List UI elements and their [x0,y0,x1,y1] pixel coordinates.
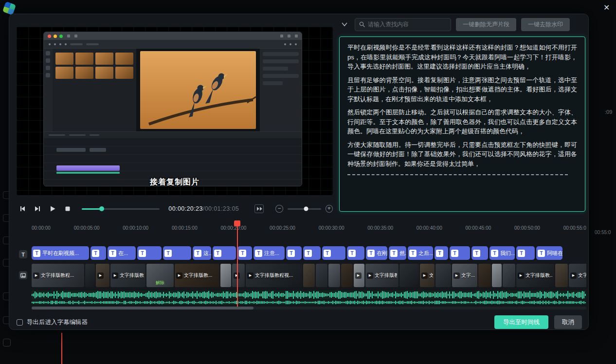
video-clip[interactable]: ▶文字排版教程... [32,264,84,287]
app-logo-icon [2,1,16,15]
playhead[interactable] [234,220,240,309]
text-clip[interactable]: T之后... [408,246,433,260]
progress-fill [82,208,102,210]
frame-preview-button[interactable] [254,204,264,213]
video-clip[interactable] [492,264,502,287]
mini-toolbar-icon [295,35,298,37]
text-clip[interactable]: T然... [389,246,406,260]
video-clip-content: ▶ [354,264,364,287]
zoom-handle[interactable] [304,207,308,211]
video-clip-label: 文字排版教... [120,272,144,279]
video-clip[interactable] [435,264,451,287]
video-clip[interactable]: ▶文字排版教... [175,264,219,287]
video-clip-content [399,264,419,287]
mini-toolbar-icon [67,35,70,37]
video-clip[interactable] [328,264,340,287]
text-clip[interactable]: T这... [193,246,211,260]
timeline-ruler[interactable]: 00:00:0000:00:05:0000:00:10:0000:00:15:0… [32,225,586,235]
transcript-box[interactable]: 平时在刷视频时你是不是经常看到这样这样还有这样的封面？想知道如何不用打开ps，在… [339,36,585,212]
playback-progress-slider[interactable] [82,208,160,210]
export-to-timeline-button[interactable]: 导出至时间线 [494,315,548,329]
text-clip[interactable]: T [471,246,488,260]
video-clip-content: ▶文字排版教... [110,264,145,287]
text-clip-badge-icon: T [538,250,545,257]
text-clip[interactable]: T [303,246,321,260]
text-clip[interactable]: T [137,246,162,260]
video-clip[interactable] [555,264,568,287]
next-frame-button[interactable] [32,202,44,215]
video-clip[interactable]: ▶文字排版教程视... [246,264,302,287]
text-clip[interactable]: T在... [108,246,136,260]
search-icon [359,21,365,27]
ruler-label: 00:00:50:00 [514,225,540,235]
video-clip-content [316,264,327,287]
stop-button[interactable] [62,202,74,215]
timeline-scrollbar-thumb[interactable] [32,307,254,309]
video-clip[interactable] [341,264,353,287]
video-clip[interactable]: ▶文字排版教... [110,264,145,287]
video-clip[interactable]: ▶文... [420,264,435,287]
clipped-text-line [347,172,568,175]
video-clip[interactable]: ▶ [96,264,109,287]
remove-silence-button[interactable]: 一键删除无声片段 [456,18,516,31]
timeline-zoom-slider[interactable] [288,208,321,210]
cancel-button[interactable]: 取消 [554,315,582,329]
video-clip-content: ▶文字... [452,264,477,287]
text-clip-badge-icon: T [214,250,221,257]
audio-waveform-track[interactable] [32,291,586,299]
video-clip[interactable]: 解除 [146,264,174,287]
caption-search[interactable] [355,18,451,31]
text-clip[interactable]: T [516,246,535,260]
remove-watermark-button[interactable]: 一键去除水印 [521,18,570,31]
text-clip[interactable]: T [91,246,106,260]
collapse-chevron-icon[interactable] [339,19,350,30]
text-clip-badge-icon: T [451,250,458,257]
video-track-icon [19,271,27,279]
video-clip[interactable] [503,264,515,287]
mini-toolbar-icon [288,35,290,37]
video-clip[interactable] [478,264,491,287]
play-button[interactable] [47,202,59,215]
video-clip[interactable]: ▶文字排版教... [365,264,399,287]
progress-handle[interactable] [99,206,104,211]
traffic-light-green-icon [59,35,63,38]
text-clip-badge-icon: T [255,250,262,257]
video-clip[interactable]: ▶文字... [452,264,477,287]
close-icon[interactable]: ✕ [603,4,610,12]
previous-frame-button[interactable] [17,202,29,215]
ruler-label: 00:00:15:00 [172,225,198,235]
text-clip[interactable]: T我们... [489,246,515,260]
text-track-icon: T [19,250,27,258]
video-clip[interactable] [399,264,419,287]
video-clip[interactable] [303,264,315,287]
text-clip[interactable]: T平时在刷视频... [32,246,89,260]
text-clip-label: 注意... [264,250,279,257]
zoom-in-button[interactable]: + [326,205,333,213]
text-clip[interactable]: T [322,246,345,260]
playhead-handle[interactable] [234,220,240,226]
text-clip[interactable]: T [213,246,236,260]
text-clip[interactable]: T阿喵在... [536,246,562,260]
video-clip[interactable]: ▶文字排版教... [569,264,586,287]
video-preview: 接着复制图片 [17,27,333,195]
mini-teal-clip [56,172,120,174]
video-clip[interactable] [85,264,95,287]
video-clip[interactable] [316,264,327,287]
text-clip[interactable]: T [286,246,302,260]
video-clip[interactable] [220,264,231,287]
zoom-out-button[interactable]: − [275,205,283,213]
text-clip[interactable]: T [450,246,470,260]
text-clip[interactable]: T [435,246,448,260]
video-clip[interactable]: ▶文字排版教... [516,264,554,287]
text-clip[interactable]: T [163,246,191,260]
search-input[interactable] [368,21,447,28]
video-clip[interactable]: ▶ [354,264,364,287]
subtitle-editor-checkbox[interactable] [17,319,23,326]
text-clip[interactable]: T [347,246,364,260]
text-clip[interactable]: T注意... [254,246,285,260]
play-icon: ▶ [247,273,254,279]
transcript-paragraph: 然后锁定两个图层防止移动。之后就可以根据自己的需求调整文本的大小、字体、行间距等… [347,108,577,136]
play-icon: ▶ [570,273,577,279]
text-clip[interactable]: T在刚... [366,246,387,260]
audio-waveform-track-2[interactable] [32,300,586,305]
